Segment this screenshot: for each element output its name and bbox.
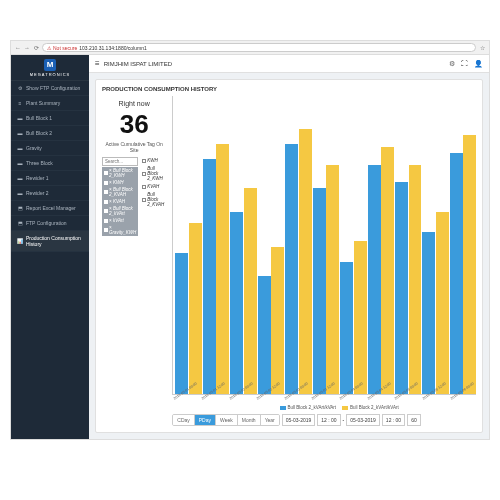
bar	[299, 129, 312, 394]
checkbox-icon	[142, 172, 146, 176]
bar	[409, 165, 422, 394]
minute-input[interactable]: 60	[407, 414, 421, 426]
nav-icon: ⬒	[17, 220, 23, 226]
segment-button[interactable]: PDay	[195, 415, 216, 425]
sidebar-item[interactable]: 📊Production Consumption History	[11, 231, 89, 252]
bar	[436, 212, 449, 394]
url-bar[interactable]: ⚠ Not secure 103.210.31.134:1880/column1	[42, 43, 476, 52]
time-from[interactable]: 12 : 00	[317, 414, 340, 426]
nav-label: FTP Configuration	[26, 220, 66, 226]
sidebar-item[interactable]: ⚙Show FTP Configuration	[11, 81, 89, 96]
bar	[381, 147, 394, 394]
nav-icon: ⬒	[17, 205, 23, 211]
tag-item[interactable]: Bull Block 2_KVAH	[140, 191, 166, 208]
controls: CDayPDayWeekMonthYear 05-03-2019 12 : 00…	[172, 414, 476, 426]
sidebar-item[interactable]: ▬Rewider 2	[11, 186, 89, 201]
segment-button[interactable]: Month	[238, 415, 261, 425]
tag-col-right: KWHBull Block 2_KWHKVAHBull Block 2_KVAH	[140, 157, 166, 426]
bar	[313, 188, 326, 394]
date-from[interactable]: 05-03-2019	[282, 414, 316, 426]
bar-group	[258, 100, 284, 394]
fullscreen-icon[interactable]: ⛶	[461, 60, 468, 68]
sidebar-item[interactable]: ≡Plant Summary	[11, 96, 89, 111]
tag-item[interactable]: × KVAH	[102, 198, 138, 205]
tag-lists: Search... × Bull Block 2_KWH× KWH× Bull …	[102, 157, 166, 426]
sidebar-item[interactable]: ▬Gravity	[11, 141, 89, 156]
nav-label: Plant Summary	[26, 100, 60, 106]
tag-item[interactable]: Bull Block 2_KWH	[140, 165, 166, 182]
nav-label: Gravity	[26, 145, 42, 151]
nav-label: Bull Block 1	[26, 115, 52, 121]
time-to[interactable]: 12 : 00	[382, 414, 405, 426]
bar	[203, 159, 216, 394]
tag-item[interactable]: KVAH	[140, 183, 166, 190]
nav-icon: ▬	[17, 145, 23, 151]
nav-icon: ≡	[17, 100, 23, 106]
legend-item: Bull Block 2_kVArt/kVArt	[280, 405, 337, 410]
tag-item[interactable]: × Bull Block 2_KVAH	[102, 186, 138, 198]
bar-group	[285, 100, 311, 394]
legend-item: Bull Block 2_kVArt/kVArt	[342, 405, 399, 410]
bar	[354, 241, 367, 394]
tag-item[interactable]: KWH	[140, 157, 166, 164]
search-input[interactable]: Search...	[102, 157, 138, 166]
card-title: PRODUCTION CONSUMPTION HISTORY	[102, 86, 476, 92]
checkbox-icon	[104, 181, 108, 185]
bar	[244, 188, 257, 394]
nav-icon: ▬	[17, 190, 23, 196]
forward-icon[interactable]: →	[24, 45, 30, 51]
segment-button[interactable]: Year	[261, 415, 279, 425]
checkbox-icon	[142, 159, 146, 163]
reload-icon[interactable]: ⟳	[33, 45, 39, 51]
user-icon[interactable]: 👤	[474, 60, 483, 68]
sidebar-item[interactable]: ▬Bull Block 1	[11, 111, 89, 126]
url-text: 103.210.31.134:1880/column1	[79, 45, 147, 51]
sidebar-item[interactable]: ▬Three Block	[11, 156, 89, 171]
sidebar-item[interactable]: ⬒FTP Configuration	[11, 216, 89, 231]
bar-group	[395, 100, 421, 394]
sidebar-nav: ⚙Show FTP Configuration≡Plant Summary▬Bu…	[11, 81, 89, 252]
bar	[340, 262, 353, 394]
sidebar-item[interactable]: ⬒Report Excel Manager	[11, 201, 89, 216]
nav-label: Show FTP Configuration	[26, 85, 80, 91]
bar	[271, 247, 284, 394]
nav-label: Rewider 2	[26, 190, 49, 196]
bar	[422, 232, 435, 394]
page-title: RIMJHIM ISPAT LIMITED	[104, 61, 172, 67]
nav-label: Report Excel Manager	[26, 205, 76, 211]
bar-group	[313, 100, 339, 394]
bar	[395, 182, 408, 394]
nav-icon: ⚙	[17, 85, 23, 91]
bar	[326, 165, 339, 394]
sidebar-item[interactable]: ▬Bull Block 2	[11, 126, 89, 141]
tag-item[interactable]: × Bull Block 2_kVArt	[102, 205, 138, 217]
nav-icon: ▬	[17, 160, 23, 166]
sidebar-item[interactable]: ▬Rewider 1	[11, 171, 89, 186]
tag-item[interactable]: × KWH	[102, 179, 138, 186]
checkbox-icon	[104, 190, 108, 194]
nav-label: Production Consumption History	[26, 235, 83, 247]
date-to[interactable]: 05-03-2019	[346, 414, 380, 426]
segment-button[interactable]: CDay	[173, 415, 195, 425]
gear-icon[interactable]: ⚙	[449, 60, 455, 68]
checkbox-icon	[104, 200, 108, 204]
hamburger-icon[interactable]: ≡	[95, 59, 100, 68]
right-now-label: Right now	[102, 100, 166, 107]
tag-item[interactable]: × Bull Block 2_KWH	[102, 167, 138, 179]
checkbox-icon	[142, 185, 146, 189]
sidebar: M MEGATRONICS ⚙Show FTP Configuration≡Pl…	[11, 55, 89, 439]
logo-text: MEGATRONICS	[30, 72, 70, 77]
big-number: 36	[102, 111, 166, 137]
nav-icon: 📊	[17, 238, 23, 244]
bar-group	[230, 100, 256, 394]
segment-button[interactable]: Week	[216, 415, 238, 425]
back-icon[interactable]: ←	[15, 45, 21, 51]
content: PRODUCTION CONSUMPTION HISTORY Right now…	[89, 73, 489, 439]
nav-icon: ▬	[17, 175, 23, 181]
star-icon[interactable]: ☆	[479, 45, 485, 51]
tag-item[interactable]: × kVArt	[102, 217, 138, 224]
nav-label: Bull Block 2	[26, 130, 52, 136]
bar	[175, 253, 188, 394]
tag-item[interactable]: × Gravity_KWH	[102, 224, 138, 236]
bar	[216, 144, 229, 394]
